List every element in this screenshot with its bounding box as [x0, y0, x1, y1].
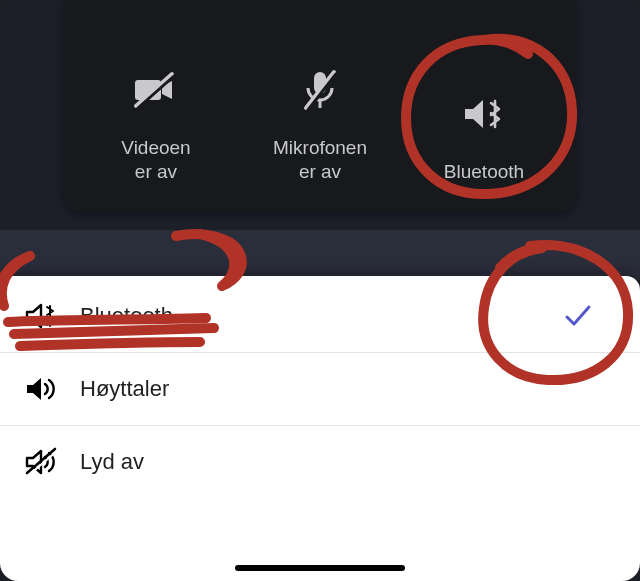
- mic-off-icon: [300, 62, 340, 118]
- video-toggle-button[interactable]: Videoen er av: [74, 62, 238, 184]
- speaker-icon: [20, 374, 64, 404]
- audio-option-bluetooth[interactable]: Bluetooth: [0, 280, 640, 352]
- audio-output-label: Bluetooth: [444, 160, 524, 184]
- checkmark-icon: [564, 304, 592, 328]
- mic-toggle-label: Mikrofonen er av: [273, 136, 367, 184]
- speaker-mute-icon: [20, 447, 64, 477]
- audio-option-label: Lyd av: [80, 449, 144, 475]
- backdrop-strip: [0, 230, 640, 280]
- call-controls-panel: Videoen er av Mikrofonen er av: [64, 0, 576, 212]
- audio-option-mute[interactable]: Lyd av: [0, 425, 640, 498]
- video-toggle-label: Videoen er av: [121, 136, 190, 184]
- home-indicator[interactable]: [235, 565, 405, 571]
- audio-output-button[interactable]: Bluetooth: [402, 86, 566, 184]
- audio-output-sheet: Bluetooth Høyttaler: [0, 276, 640, 581]
- speaker-bluetooth-outline-icon: [20, 301, 64, 331]
- call-controls-row: Videoen er av Mikrofonen er av: [64, 0, 576, 212]
- audio-option-label: Bluetooth: [80, 303, 173, 329]
- video-off-icon: [132, 62, 180, 118]
- mic-toggle-button[interactable]: Mikrofonen er av: [238, 62, 402, 184]
- speaker-bluetooth-icon: [461, 86, 507, 142]
- audio-option-speaker[interactable]: Høyttaler: [0, 352, 640, 425]
- audio-option-label: Høyttaler: [80, 376, 169, 402]
